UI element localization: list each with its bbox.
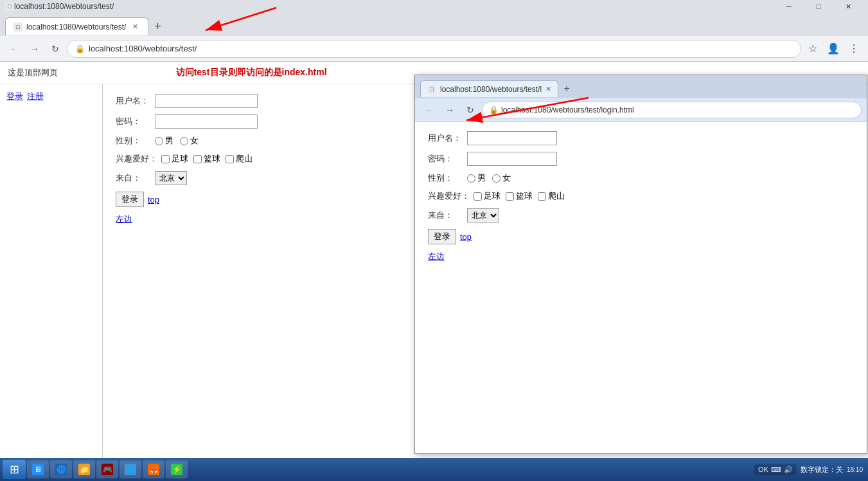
tab-close-button[interactable]: ✕	[130, 22, 140, 32]
hobby-group: 足球 篮球 爬山	[161, 153, 252, 165]
taskbar: ⊞ 🖥 🌐 📁 🎮 🌐 🦊 ⚡ OK ⌨ 🔊 数字锁定：关 18:10	[0, 458, 868, 481]
url-input[interactable]	[89, 44, 793, 53]
time-display: 18:10	[847, 466, 863, 473]
gender-male-radio[interactable]	[155, 137, 163, 145]
second-username-label: 用户名：	[428, 132, 463, 144]
taskbar-item-5[interactable]: 🌐	[120, 460, 141, 478]
taskbar-icon-7: ⚡	[171, 464, 182, 475]
top-link-2[interactable]: top	[460, 232, 472, 242]
tab-favicon: □	[13, 23, 22, 32]
hobby1-checkbox[interactable]	[161, 155, 170, 163]
city-select[interactable]: 北京	[155, 171, 187, 185]
second-new-tab-button[interactable]: +	[558, 80, 575, 97]
top-link-1[interactable]: top	[148, 195, 159, 204]
taskbar-item-7[interactable]: ⚡	[166, 460, 188, 478]
second-hobby-label: 兴趣爱好：	[428, 190, 470, 202]
second-left-link[interactable]: 左边	[428, 251, 445, 261]
login-link[interactable]: 登录	[6, 91, 23, 102]
second-password-row: 密码：	[428, 152, 854, 166]
favicon: □	[5, 2, 14, 11]
sys-text: OK	[758, 466, 768, 473]
second-tab-close[interactable]: ✕	[545, 85, 551, 93]
address-bar[interactable]: 🔒	[67, 40, 801, 58]
second-hobby3-checkbox[interactable]	[538, 192, 546, 201]
register-link[interactable]: 注册	[27, 91, 44, 102]
new-tab-button[interactable]: +	[148, 17, 166, 35]
second-browser-window: □ localhost:1080/webtours/test/l ✕ + ← →…	[414, 75, 867, 454]
second-gender-female-label: 女	[492, 172, 511, 184]
windows-icon: ⊞	[10, 462, 19, 476]
gender-group: 男 女	[155, 135, 199, 147]
second-tab-bar: □ localhost:1080/webtours/test/l ✕ +	[415, 75, 867, 98]
second-tab-favicon: □	[427, 85, 436, 94]
taskbar-icon-4: 🎮	[102, 464, 113, 475]
second-gender-male-label: 男	[467, 172, 486, 184]
second-gender-female-radio[interactable]	[492, 174, 500, 183]
second-forward-button[interactable]: →	[441, 101, 459, 119]
taskbar-item-4[interactable]: 🎮	[96, 460, 118, 478]
taskbar-item-3[interactable]: 📁	[73, 460, 95, 478]
second-gender-group: 男 女	[467, 172, 511, 184]
second-username-input[interactable]	[467, 131, 557, 145]
title-bar: □ localhost:1080/webtours/test/ ─ □ ✕	[0, 0, 868, 13]
back-button[interactable]: ←	[5, 40, 23, 58]
second-url-input[interactable]	[501, 105, 855, 114]
second-hobby2-checkbox[interactable]	[506, 192, 514, 201]
second-active-tab[interactable]: □ localhost:1080/webtours/test/l ✕	[420, 80, 558, 97]
forward-button[interactable]: →	[26, 40, 44, 58]
taskbar-clock: 18:10	[847, 466, 863, 473]
hobby3-checkbox[interactable]	[226, 155, 234, 163]
username-input[interactable]	[155, 94, 258, 108]
num-lock-text: 数字锁定：关	[801, 465, 843, 475]
minimize-button[interactable]: ─	[774, 0, 804, 13]
maximize-button[interactable]: □	[804, 0, 833, 13]
second-gender-row: 性别： 男 女	[428, 172, 854, 184]
bookmark-button[interactable]: ☆	[804, 40, 822, 58]
gender-female-radio[interactable]	[180, 137, 188, 145]
hobby3-text: 爬山	[236, 153, 252, 165]
second-city-select[interactable]: 北京	[467, 208, 499, 222]
second-username-row: 用户名：	[428, 131, 854, 145]
window-controls: ─ □ ✕	[774, 0, 863, 13]
second-hobby1-checkbox[interactable]	[474, 192, 482, 201]
second-browser-chrome: □ localhost:1080/webtours/test/l ✕ + ← →…	[415, 75, 867, 122]
second-password-label: 密码：	[428, 153, 463, 165]
second-gender-female-text: 女	[502, 172, 511, 184]
second-back-button[interactable]: ←	[420, 101, 438, 119]
second-security-icon: 🔒	[489, 105, 499, 114]
gender-male-label: 男	[155, 135, 173, 147]
browser-window: □ localhost:1080/webtours/test/ ─ □ ✕ □ …	[0, 0, 868, 481]
password-label: 密码：	[116, 116, 151, 127]
gender-female-text: 女	[190, 135, 199, 147]
profile-button[interactable]: 👤	[824, 40, 842, 58]
close-button[interactable]: ✕	[833, 0, 863, 13]
login-button[interactable]: 登录	[116, 192, 144, 207]
sys-icons: OK ⌨ 🔊	[754, 464, 797, 475]
second-left-link-row: 左边	[428, 251, 854, 262]
second-login-row: 登录 top	[428, 229, 854, 244]
from-label: 来自：	[116, 172, 151, 184]
start-button[interactable]: ⊞	[3, 460, 26, 479]
gender-male-text: 男	[165, 135, 173, 147]
reload-button[interactable]: ↻	[46, 40, 64, 58]
left-frame: 登录 注册	[0, 84, 103, 481]
left-link[interactable]: 左边	[116, 214, 132, 224]
second-reload-button[interactable]: ↻	[461, 101, 479, 119]
active-tab[interactable]: □ localhost:1080/webtours/test/ ✕	[5, 17, 148, 35]
taskbar-item-6[interactable]: 🦊	[143, 460, 164, 478]
second-from-label: 来自：	[428, 210, 463, 221]
password-input[interactable]	[155, 114, 258, 129]
second-gender-male-radio[interactable]	[467, 174, 475, 183]
second-hobby3-label: 爬山	[538, 190, 565, 202]
second-hobby3-text: 爬山	[548, 190, 565, 202]
taskbar-item-2[interactable]: 🌐	[50, 460, 72, 478]
menu-button[interactable]: ⋮	[845, 40, 863, 58]
hobby2-checkbox[interactable]	[193, 155, 202, 163]
second-address-bar[interactable]: 🔒	[482, 102, 862, 118]
taskbar-item-1[interactable]: 🖥	[27, 460, 49, 478]
second-hobby2-text: 篮球	[516, 190, 533, 202]
second-gender-label: 性别：	[428, 172, 463, 184]
second-hobby-row: 兴趣爱好： 足球 篮球 爬山	[428, 190, 854, 202]
second-password-input[interactable]	[467, 152, 557, 166]
second-login-button[interactable]: 登录	[428, 229, 456, 244]
